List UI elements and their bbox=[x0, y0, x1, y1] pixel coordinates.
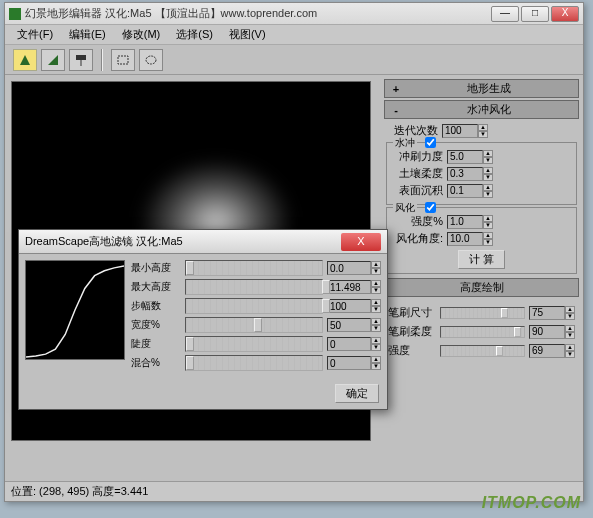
water-enable-checkbox[interactable] bbox=[425, 137, 436, 148]
menu-file[interactable]: 文件(F) bbox=[9, 25, 61, 44]
toolbar bbox=[5, 45, 583, 75]
brush-strength-label: 强度 bbox=[388, 343, 440, 358]
brush-size-input[interactable] bbox=[529, 306, 565, 320]
svg-marker-0 bbox=[20, 55, 30, 65]
menu-modify[interactable]: 修改(M) bbox=[114, 25, 169, 44]
rollout-label: 水冲风化 bbox=[403, 102, 574, 117]
dialog-title: DreamScape高地滤镜 汉化:Ma5 bbox=[25, 234, 183, 249]
force-spinner[interactable]: ▲▼ bbox=[447, 150, 493, 164]
rollout-terrain-gen[interactable]: + 地形生成 bbox=[384, 79, 579, 98]
param-value-input[interactable] bbox=[327, 261, 371, 275]
soil-spinner[interactable]: ▲▼ bbox=[447, 167, 493, 181]
spin-up-icon[interactable]: ▲ bbox=[371, 261, 381, 268]
spin-up-icon[interactable]: ▲ bbox=[371, 337, 381, 344]
highland-filter-dialog: DreamScape高地滤镜 汉化:Ma5 X 最小高度▲▼最大高度▲▼步幅数▲… bbox=[18, 229, 388, 410]
spin-down-icon[interactable]: ▼ bbox=[371, 344, 381, 351]
param-value-input[interactable] bbox=[327, 299, 371, 313]
param-slider[interactable] bbox=[185, 336, 323, 352]
curve-preview bbox=[25, 260, 125, 360]
spin-up-icon[interactable]: ▲ bbox=[371, 356, 381, 363]
close-button[interactable]: X bbox=[551, 6, 579, 22]
iterations-spinner[interactable]: ▲▼ bbox=[442, 124, 488, 138]
rollout-erosion[interactable]: - 水冲风化 bbox=[384, 100, 579, 119]
statusbar: 位置: (298, 495) 高度=3.441 bbox=[5, 481, 583, 501]
spin-down-icon[interactable]: ▼ bbox=[371, 306, 381, 313]
side-panel: + 地形生成 - 水冲风化 迭代次数 ▲▼ 水冲 冲刷力度 ▲▼ 土壤柔度 bbox=[380, 75, 583, 495]
svg-point-5 bbox=[146, 56, 156, 64]
svg-marker-1 bbox=[48, 55, 58, 65]
brush-soft-label: 笔刷柔度 bbox=[388, 324, 440, 339]
dialog-params: 最小高度▲▼最大高度▲▼步幅数▲▼宽度%▲▼陡度▲▼混合%▲▼ bbox=[131, 260, 381, 374]
param-label: 最大高度 bbox=[131, 280, 185, 294]
wind-enable-checkbox[interactable] bbox=[425, 202, 436, 213]
spin-up-icon[interactable]: ▲ bbox=[371, 299, 381, 306]
param-label: 宽度% bbox=[131, 318, 185, 332]
tool-point-button[interactable] bbox=[41, 49, 65, 71]
spin-up-icon[interactable]: ▲ bbox=[371, 280, 381, 287]
brush-soft-input[interactable] bbox=[529, 325, 565, 339]
dialog-param-row: 最大高度▲▼ bbox=[131, 279, 381, 295]
param-value-input[interactable] bbox=[327, 337, 371, 351]
param-slider[interactable] bbox=[185, 279, 323, 295]
force-label: 冲刷力度 bbox=[391, 149, 443, 164]
deposit-input[interactable] bbox=[447, 184, 483, 198]
param-value-input[interactable] bbox=[327, 280, 371, 294]
maximize-button[interactable]: □ bbox=[521, 6, 549, 22]
minimize-button[interactable]: — bbox=[491, 6, 519, 22]
curve-chart bbox=[26, 261, 124, 359]
tool-raise-button[interactable] bbox=[13, 49, 37, 71]
brush-strength-input[interactable] bbox=[529, 344, 565, 358]
wind-group-title: 风化 bbox=[393, 201, 417, 215]
param-slider[interactable] bbox=[185, 317, 323, 333]
tool-roller-button[interactable] bbox=[69, 49, 93, 71]
rollout-label: 地形生成 bbox=[403, 81, 574, 96]
param-slider[interactable] bbox=[185, 355, 323, 371]
dialog-ok-button[interactable]: 确定 bbox=[335, 384, 379, 403]
brush-size-slider[interactable] bbox=[440, 307, 525, 319]
spin-up-icon[interactable]: ▲ bbox=[371, 318, 381, 325]
calculate-button[interactable]: 计 算 bbox=[458, 250, 505, 269]
menu-edit[interactable]: 编辑(E) bbox=[61, 25, 114, 44]
brush-size-label: 笔刷尺寸 bbox=[388, 305, 440, 320]
brush-soft-slider[interactable] bbox=[440, 326, 525, 338]
wind-strength-input[interactable] bbox=[447, 215, 483, 229]
dialog-param-row: 陡度▲▼ bbox=[131, 336, 381, 352]
dialog-param-row: 混合%▲▼ bbox=[131, 355, 381, 371]
dialog-close-button[interactable]: X bbox=[341, 233, 381, 251]
deposit-spinner[interactable]: ▲▼ bbox=[447, 184, 493, 198]
param-value-input[interactable] bbox=[327, 356, 371, 370]
dialog-param-row: 宽度%▲▼ bbox=[131, 317, 381, 333]
svg-rect-4 bbox=[118, 56, 128, 64]
wind-strength-label: 强度% bbox=[391, 214, 443, 229]
menu-view[interactable]: 视图(V) bbox=[221, 25, 274, 44]
rollout-paint[interactable]: 高度绘制 bbox=[384, 278, 579, 297]
dialog-param-row: 步幅数▲▼ bbox=[131, 298, 381, 314]
param-label: 陡度 bbox=[131, 337, 185, 351]
spin-down-icon[interactable]: ▼ bbox=[371, 363, 381, 370]
spin-down-icon[interactable]: ▼ bbox=[478, 131, 488, 138]
select-rect-button[interactable] bbox=[111, 49, 135, 71]
spin-down-icon[interactable]: ▼ bbox=[371, 287, 381, 294]
paint-header: 高度绘制 bbox=[389, 280, 574, 295]
wind-angle-input[interactable] bbox=[447, 232, 483, 246]
param-slider[interactable] bbox=[185, 260, 323, 276]
app-icon bbox=[9, 8, 21, 20]
wind-angle-spinner[interactable]: ▲▼ bbox=[447, 232, 493, 246]
dialog-titlebar[interactable]: DreamScape高地滤镜 汉化:Ma5 X bbox=[19, 230, 387, 254]
brush-strength-slider[interactable] bbox=[440, 345, 525, 357]
param-value-input[interactable] bbox=[327, 318, 371, 332]
select-lasso-button[interactable] bbox=[139, 49, 163, 71]
spin-down-icon[interactable]: ▼ bbox=[371, 325, 381, 332]
menu-select[interactable]: 选择(S) bbox=[168, 25, 221, 44]
titlebar[interactable]: 幻景地形编辑器 汉化:Ma5 【顶渲出品】www.toprender.com —… bbox=[5, 3, 583, 25]
iterations-input[interactable] bbox=[442, 124, 478, 138]
deposit-label: 表面沉积 bbox=[391, 183, 443, 198]
spin-up-icon[interactable]: ▲ bbox=[478, 124, 488, 131]
soil-input[interactable] bbox=[447, 167, 483, 181]
force-input[interactable] bbox=[447, 150, 483, 164]
water-group: 水冲 冲刷力度 ▲▼ 土壤柔度 ▲▼ 表面沉积 ▲▼ bbox=[386, 142, 577, 205]
param-slider[interactable] bbox=[185, 298, 323, 314]
wind-strength-spinner[interactable]: ▲▼ bbox=[447, 215, 493, 229]
spin-down-icon[interactable]: ▼ bbox=[371, 268, 381, 275]
toolbar-separator bbox=[101, 49, 103, 71]
